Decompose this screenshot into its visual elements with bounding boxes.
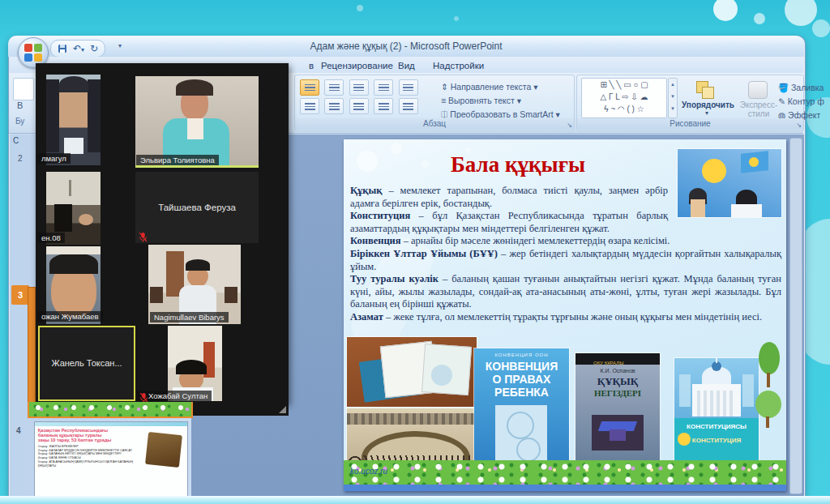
- hair: [186, 259, 210, 271]
- wallpaper-bubble: [713, 0, 738, 21]
- participant-name-label: лмагул: [37, 153, 71, 164]
- hair: [176, 360, 207, 374]
- wallpaper-bubble: [357, 5, 363, 11]
- ceiling: [46, 246, 101, 254]
- wallpaper-bubble: [812, 19, 830, 37]
- text-direction-button[interactable]: ⇕ Направление текста ▾: [441, 79, 537, 93]
- screen: Адам және құқық (2) - Microsoft PowerPoi…: [0, 0, 830, 504]
- participant-name-centered: Жанель Токсан...: [40, 358, 134, 368]
- qat-customize-icon[interactable]: ▾: [118, 42, 122, 49]
- slide-canvas[interactable]: Бала құқығы Құқық – мемлекет тарапынан, …: [344, 139, 786, 491]
- hair-right: [88, 79, 101, 152]
- constitution-book-cover: КОНСТИТУЦИЯСЫ КОНСТИТУЦИЯ: [674, 358, 759, 462]
- law-basics-book-cover: ОҚУ ҚҰРАЛЫ К.И. Оспанов ҚҰҚЫҚ НЕГІЗДЕРІ: [575, 353, 660, 460]
- participant-name-label: ожан Жумабаев: [37, 311, 103, 322]
- slide-2-number[interactable]: 2: [18, 154, 23, 163]
- person-small: [79, 214, 93, 225]
- convention-book-cover: КОНВЕНЦИЯ ООН КОНВЕНЦИЯ О ПРАВАХ РЕБЕНКА: [474, 348, 569, 472]
- columns-button[interactable]: [399, 98, 418, 114]
- slide-title: Бала құқығы: [352, 152, 684, 177]
- quick-styles-icon: [748, 81, 768, 99]
- tv-screen: [54, 204, 72, 232]
- birth-certificate-photo: [347, 337, 477, 407]
- align-text-button[interactable]: ≡ Выровнять текст ▾: [441, 92, 521, 107]
- paragraph-dialog-launcher[interactable]: ↘: [567, 122, 572, 129]
- increase-indent-button[interactable]: [374, 79, 393, 96]
- slide-bottom-bar: [344, 485, 786, 491]
- slide-body-text: Құқық – мемлекет тарапынан, болмаса тиіс…: [350, 185, 781, 324]
- collar: [64, 138, 83, 154]
- align-right-button[interactable]: [349, 98, 369, 114]
- drawing-dialog-launcher[interactable]: ↘: [796, 122, 802, 129]
- participant-name-label: Эльвира Толиятовна: [136, 155, 219, 165]
- office-logo-blue: [24, 53, 32, 62]
- thumb-plaque-image: [145, 432, 182, 468]
- shapes-gallery[interactable]: ⊞ ╲ ╲ ▭ ○ ▢ △ Γ L ⇨ ⇩ ☁ ϟ ~ ◠ ( ) ☆: [581, 78, 667, 118]
- blouse: [187, 118, 203, 139]
- bottom-edge: [0, 496, 830, 504]
- slide-4-thumbnail[interactable]: Қазақстан Республикасындағы баланың құқы…: [34, 421, 188, 498]
- participant-video-4[interactable]: Тайшаева Феруза: [135, 172, 259, 243]
- watermark: ko.ucoz.ru: [350, 467, 387, 476]
- shapes-gallery-scrollbar[interactable]: ▲▼▼: [668, 78, 678, 118]
- title-bar[interactable]: Адам және құқық (2) - Microsoft PowerPoi…: [8, 36, 804, 57]
- tab-view[interactable]: Вид: [390, 58, 423, 73]
- decrease-indent-button[interactable]: [349, 79, 369, 96]
- mic-muted-icon: [139, 232, 148, 242]
- clipboard-group-label: Бу: [15, 117, 24, 126]
- list-buttons-row: [300, 79, 420, 96]
- numbering-button[interactable]: [324, 79, 344, 96]
- baby-sketch: [495, 405, 547, 468]
- chair: [225, 287, 237, 303]
- meeting-window-corner: [186, 402, 289, 416]
- vertical-scrollbar[interactable]: [789, 138, 802, 494]
- quick-access-toolbar: ↶▾ ↻: [50, 40, 105, 58]
- save-icon[interactable]: [58, 44, 67, 53]
- wallpaper-bubble: [754, 13, 765, 24]
- slide-4-number[interactable]: 4: [16, 426, 21, 435]
- hair-left: [46, 79, 59, 152]
- align-center-button[interactable]: [324, 98, 344, 114]
- office-logo-red: [24, 44, 32, 52]
- slides-tab-partial[interactable]: С: [13, 136, 19, 145]
- graduation-cap-image: [592, 415, 644, 451]
- paste-button-label[interactable]: В: [17, 100, 23, 110]
- undo-icon[interactable]: ↶▾: [73, 43, 84, 54]
- shape-outline-button[interactable]: ✎ Контур ф: [778, 93, 824, 108]
- participant-video-1[interactable]: [46, 75, 101, 165]
- participant-name-label: ен.08: [37, 233, 65, 243]
- law-book-author: К.И. Оспанов: [575, 368, 660, 374]
- slide-3-thumbnail-bottom[interactable]: [28, 402, 193, 418]
- law-book-band: ОҚУ ҚҰРАЛЫ: [593, 361, 623, 365]
- line-spacing-button[interactable]: [399, 79, 418, 96]
- window-title: Адам және құқық (2) - Microsoft PowerPoi…: [310, 41, 502, 52]
- participant-name-label: Nagimullaev Bibarys: [150, 312, 229, 322]
- hair-top: [59, 76, 88, 92]
- participant-video-7[interactable]: Жанель Токсан...: [38, 326, 135, 401]
- align-buttons-row: [300, 98, 420, 114]
- flower-border: [344, 460, 786, 485]
- drawing-group: ⊞ ╲ ╲ ▭ ○ ▢ △ Γ L ⇨ ⇩ ☁ ϟ ~ ◠ ( ) ☆ ▲▼▼ …: [576, 75, 804, 131]
- paragraph-group: ⇕ Направление текста ▾ ≡ Выровнять текст…: [294, 75, 575, 131]
- paragraph-group-label: Абзац: [295, 118, 574, 130]
- tab-addins[interactable]: Надстройки: [425, 58, 492, 73]
- shape-fill-button[interactable]: 🪣 Заливка: [778, 79, 824, 94]
- hair: [176, 79, 213, 96]
- align-left-button[interactable]: [300, 98, 319, 114]
- drawing-group-label: Рисование: [577, 118, 803, 130]
- tab-review[interactable]: Рецензирование: [313, 58, 401, 73]
- thumb-title: Қазақстан Республикасындағы баланың құқы…: [38, 428, 113, 443]
- office-logo-yellow: [34, 53, 42, 62]
- justify-button[interactable]: [374, 98, 393, 114]
- text-wrap-spacer: [668, 185, 781, 219]
- ceiling-lamp: [69, 180, 71, 196]
- convention-book-header: КОНВЕНЦИЯ ООН: [474, 352, 569, 357]
- resize-handle[interactable]: [279, 406, 286, 413]
- hair: [49, 253, 98, 274]
- bullets-button[interactable]: [300, 79, 319, 96]
- paste-icon[interactable]: [13, 78, 34, 100]
- redo-icon[interactable]: ↻: [90, 43, 98, 54]
- slide-3-number[interactable]: 3: [11, 285, 29, 305]
- chair: [150, 287, 163, 303]
- slide-3-selection-border[interactable]: [28, 287, 36, 416]
